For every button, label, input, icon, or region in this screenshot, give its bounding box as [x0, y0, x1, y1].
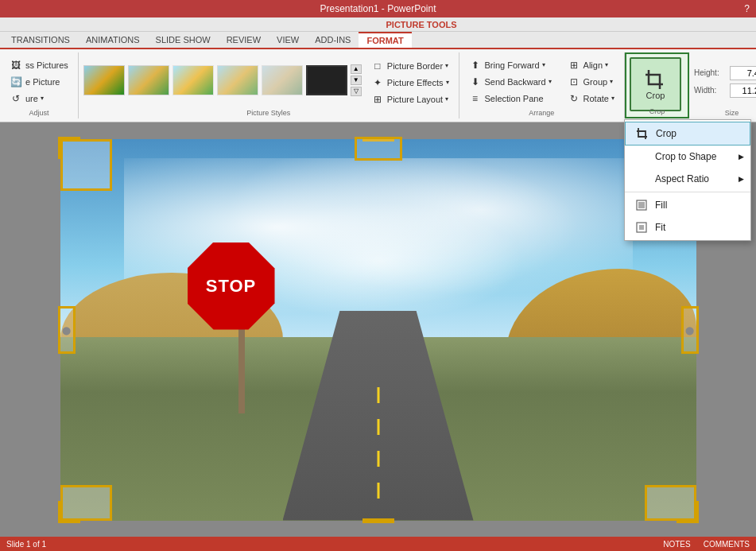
- reset-icon: ↺: [10, 92, 22, 105]
- stop-sign: STOP: [188, 243, 275, 330]
- comments-button[interactable]: COMMENTS: [704, 540, 750, 549]
- tab-animations[interactable]: ANIMATIONS: [78, 32, 148, 48]
- rotate-button[interactable]: ↻ Rotate ▾: [563, 91, 619, 107]
- rotate-caret: ▾: [611, 95, 614, 102]
- picture-styles-group: ▲ ▼ ▽ □ Picture Border ▾ ✦ Picture Effec…: [79, 52, 459, 118]
- svg-rect-3: [639, 225, 644, 230]
- crop-handle-bottom-left-thumb[interactable]: [60, 485, 112, 521]
- adjust-group-content: 🖼 ss Pictures 🔄 e Picture ↺ ure ▾: [5, 56, 73, 107]
- picture-tools-bar: PICTURE TOOLS: [0, 17, 756, 32]
- picture-layout-label: Picture Layout: [387, 95, 443, 104]
- height-row: Height:: [694, 66, 756, 80]
- crop-handle-top-center-thumb[interactable]: [355, 137, 402, 161]
- picture-layout-button[interactable]: ⊞ Picture Layout ▾: [366, 91, 454, 107]
- road-line: [377, 387, 379, 502]
- change-picture-button[interactable]: 🔄 e Picture: [5, 74, 73, 90]
- scroll-up[interactable]: ▲: [351, 64, 362, 74]
- picture-border-button[interactable]: □ Picture Border ▾: [366, 58, 454, 74]
- arrange-left-col: ⬆ Bring Forward ▾ ⬇ Send Backward ▾ ≡ Se…: [464, 57, 556, 107]
- bring-forward-button[interactable]: ⬆ Bring Forward ▾: [464, 57, 556, 73]
- send-backward-button[interactable]: ⬇ Send Backward ▾: [464, 74, 556, 90]
- compress-pictures-button[interactable]: 🖼 ss Pictures: [5, 57, 73, 73]
- style-thumb-4[interactable]: [217, 65, 258, 95]
- selection-pane-button[interactable]: ≡ Selection Pane: [464, 91, 556, 107]
- crop-handle-bottom-right-thumb[interactable]: [645, 485, 696, 521]
- crop-handle-top-left-thumb[interactable]: [60, 139, 112, 191]
- height-input[interactable]: [730, 66, 756, 80]
- tab-review[interactable]: REVIEW: [219, 32, 269, 48]
- picture-border-icon: □: [371, 60, 384, 72]
- stop-sign-pole: [238, 318, 245, 413]
- crop-menu-fit[interactable]: Fit: [625, 216, 750, 239]
- crop-edge-handle-bottom[interactable]: [362, 518, 394, 523]
- group-button[interactable]: ⊡ Group ▾: [563, 74, 619, 90]
- dropdown-divider-1: [625, 192, 750, 192]
- style-thumb-2[interactable]: [128, 65, 169, 95]
- width-input[interactable]: [730, 83, 756, 98]
- aspect-ratio-label: Aspect Ratio: [655, 173, 709, 184]
- style-scroll: ▲ ▼ ▽: [351, 64, 362, 96]
- crop-menu-crop-label: Crop: [656, 128, 677, 139]
- arrange-columns: ⬆ Bring Forward ▾ ⬇ Send Backward ▾ ≡ Se…: [464, 57, 619, 107]
- picture-styles-group-label: Picture Styles: [79, 109, 459, 117]
- stop-text: STOP: [206, 276, 257, 297]
- reset-picture-button[interactable]: ↺ ure ▾: [5, 91, 73, 107]
- size-group-label: Size: [689, 109, 756, 117]
- crop-group: Crop Crop: [625, 52, 689, 118]
- group-caret: ▾: [610, 78, 613, 85]
- compress-icon: 🖼: [10, 59, 22, 72]
- crop-menu-fill[interactable]: Fill: [625, 194, 750, 216]
- image-container[interactable]: STOP ⬤ ⬤: [60, 139, 696, 521]
- fill-label: Fill: [655, 200, 667, 211]
- align-icon: ⊞: [568, 59, 580, 72]
- scroll-down[interactable]: ▼: [351, 76, 362, 85]
- styles-group-content: ▲ ▼ ▽ □ Picture Border ▾ ✦ Picture Effec…: [83, 56, 454, 107]
- crop-handle-right-middle[interactable]: ⬤: [681, 306, 699, 354]
- bring-forward-icon: ⬆: [469, 59, 482, 72]
- size-group-content: Height: Width:: [694, 56, 756, 107]
- style-thumb-1[interactable]: [83, 65, 125, 95]
- width-label: Width:: [694, 86, 730, 95]
- fit-icon: [634, 220, 649, 235]
- crop-to-shape-label: Crop to Shape: [655, 151, 716, 162]
- tab-slideshow[interactable]: SLIDE SHOW: [148, 32, 219, 48]
- aspect-ratio-icon: [634, 172, 649, 186]
- style-thumb-6-selected[interactable]: [306, 65, 347, 95]
- fill-icon: [634, 198, 649, 212]
- send-backward-icon: ⬇: [469, 76, 482, 88]
- picture-effects-label: Picture Effects: [387, 78, 444, 87]
- ribbon-content: 🖼 ss Pictures 🔄 e Picture ↺ ure ▾ Adjust: [0, 49, 756, 122]
- tab-format[interactable]: FORMAT: [359, 32, 411, 48]
- crop-menu-crop[interactable]: Crop: [625, 122, 750, 146]
- crop-menu-crop-to-shape[interactable]: Crop to Shape ▶: [625, 146, 750, 168]
- fake-photo: STOP: [60, 139, 696, 521]
- crop-big-button[interactable]: Crop: [630, 57, 681, 111]
- scroll-more[interactable]: ▽: [351, 87, 362, 96]
- crop-menu-aspect-ratio[interactable]: Aspect Ratio ▶: [625, 168, 750, 190]
- picture-tools-label: PICTURE TOOLS: [366, 20, 477, 29]
- status-bar: Slide 1 of 1 NOTES COMMENTS: [0, 537, 756, 551]
- adjust-buttons: 🖼 ss Pictures 🔄 e Picture ↺ ure ▾: [5, 57, 73, 107]
- style-thumbnails: ▲ ▼ ▽: [83, 64, 362, 99]
- title-bar: Presentation1 - PowerPoint ?: [0, 0, 756, 17]
- crop-menu-crop-icon: [635, 126, 649, 141]
- notes-button[interactable]: NOTES: [663, 540, 690, 549]
- tab-addins[interactable]: ADD-INS: [307, 32, 359, 48]
- svg-rect-1: [638, 202, 645, 208]
- help-button[interactable]: ?: [744, 3, 750, 14]
- picture-style-buttons: □ Picture Border ▾ ✦ Picture Effects ▾ ⊞…: [366, 58, 454, 107]
- style-thumb-3[interactable]: [173, 65, 214, 95]
- tab-transitions[interactable]: TRANSITIONS: [3, 32, 78, 48]
- crop-group-label: Crop: [626, 107, 688, 115]
- arrange-right-col: ⊞ Align ▾ ⊡ Group ▾ ↻ Rotate ▾: [563, 57, 619, 107]
- adjust-group-label: Adjust: [0, 109, 78, 117]
- crop-handle-left-middle[interactable]: ⬤: [58, 306, 76, 354]
- tab-view[interactable]: VIEW: [269, 32, 307, 48]
- sendbck-caret: ▾: [549, 78, 552, 85]
- picture-effects-button[interactable]: ✦ Picture Effects ▾: [366, 75, 454, 91]
- reset-caret: ▾: [41, 95, 44, 102]
- align-button[interactable]: ⊞ Align ▾: [563, 57, 619, 73]
- change-picture-icon: 🔄: [10, 76, 22, 88]
- style-thumb-5[interactable]: [262, 65, 303, 95]
- slide-indicator: Slide 1 of 1: [6, 540, 46, 549]
